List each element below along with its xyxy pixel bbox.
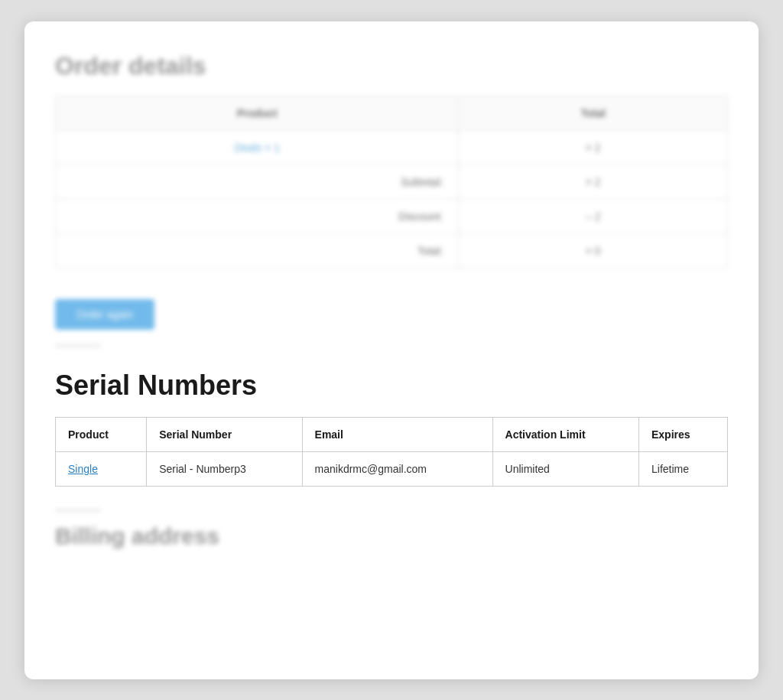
- serial-numbers-section: Serial Numbers Product Serial Number Ema…: [55, 370, 728, 487]
- table-row: Deals × 1 × 2: [56, 130, 728, 164]
- billing-address-section: Billing address: [55, 510, 728, 549]
- order-again-button[interactable]: Order again: [55, 299, 154, 330]
- serial-product-link[interactable]: Single: [68, 463, 98, 475]
- discount-value: – 2: [459, 199, 728, 233]
- total-value: × 0: [459, 233, 728, 268]
- table-row: Subtotal: × 2: [56, 164, 728, 199]
- order-details-title: Order details: [55, 52, 728, 80]
- product-link-cell: Deals × 1: [56, 130, 459, 164]
- serial-number-cell: Serial - Numberp3: [147, 451, 302, 486]
- order-details-section: Order details Product Total Deals × 1 × …: [55, 52, 728, 347]
- table-row: Discount: – 2: [56, 199, 728, 233]
- serial-numbers-title: Serial Numbers: [55, 370, 728, 402]
- serial-product-cell: Single: [56, 451, 147, 486]
- col-header-product: Product: [56, 417, 147, 451]
- order-details-table: Product Total Deals × 1 × 2 Subtotal: × …: [55, 96, 728, 269]
- subtotal-label: Subtotal:: [56, 164, 459, 199]
- discount-label: Discount:: [56, 199, 459, 233]
- page-container: Order details Product Total Deals × 1 × …: [24, 21, 759, 679]
- divider-top: [55, 345, 101, 347]
- col-header-serial-number: Serial Number: [147, 417, 302, 451]
- divider-bottom: [55, 510, 101, 511]
- col-header-expires: Expires: [639, 417, 728, 451]
- table-row: Total: × 0: [56, 233, 728, 268]
- col-header-product: Product: [56, 96, 459, 130]
- table-row: Single Serial - Numberp3 manikdrmc@gmail…: [56, 451, 728, 486]
- serial-activation-limit-cell: Unlimited: [492, 451, 638, 486]
- serial-email-cell: manikdrmc@gmail.com: [302, 451, 492, 486]
- total-label: Total:: [56, 233, 459, 268]
- col-header-email: Email: [302, 417, 492, 451]
- serial-numbers-table: Product Serial Number Email Activation L…: [55, 417, 728, 487]
- billing-address-title: Billing address: [55, 523, 728, 549]
- serial-expires-cell: Lifetime: [639, 451, 728, 486]
- total-cell: × 2: [459, 130, 728, 164]
- subtotal-value: × 2: [459, 164, 728, 199]
- col-header-activation-limit: Activation Limit: [492, 417, 638, 451]
- col-header-total: Total: [459, 96, 728, 130]
- product-link[interactable]: Deals × 1: [234, 142, 280, 154]
